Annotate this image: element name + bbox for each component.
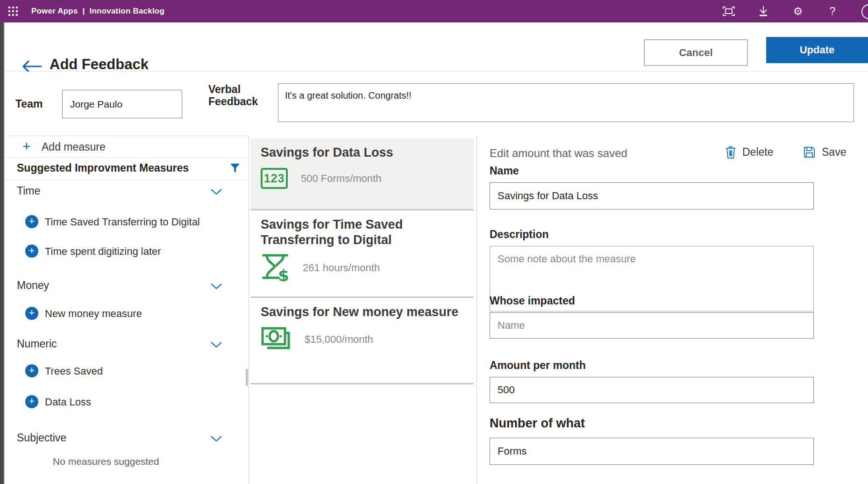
measure-item-time-spent[interactable]: + Time spent digitizing later <box>5 242 249 261</box>
save-label: Save <box>822 146 846 159</box>
verbal-feedback-input[interactable]: It's a great solution. Congrats!! <box>278 83 854 122</box>
measures-sidebar: + Add measure Suggested Improvment Measu… <box>5 136 249 484</box>
add-circle-icon: + <box>25 215 38 228</box>
app-title: Power Apps | Innovation Backlog <box>31 7 164 16</box>
add-measure-button[interactable]: + Add measure <box>5 136 249 158</box>
plus-icon: + <box>22 138 31 154</box>
add-circle-icon: + <box>25 395 38 408</box>
description-label: Description <box>490 228 549 241</box>
section-label: Subjective <box>17 432 66 444</box>
sidebar-section-numeric[interactable]: Numeric <box>5 335 249 354</box>
chevron-down-icon[interactable] <box>210 188 222 197</box>
card-savings-time-saved[interactable]: Savings for Time Saved Transferring to D… <box>250 210 474 296</box>
waffle-menu-icon[interactable] <box>7 5 19 17</box>
card-savings-new-money[interactable]: Savings for New money measure $15,000/mo… <box>250 298 474 383</box>
update-button[interactable]: Update <box>766 37 868 63</box>
app-name: Power Apps <box>31 7 78 16</box>
measure-label: Time Saved Transferring to Digital <box>45 216 200 228</box>
hourglass-dollar-icon: $ <box>261 253 290 283</box>
card-title: Savings for New money measure <box>261 304 462 320</box>
team-input[interactable] <box>62 90 182 118</box>
card-value: 500 Forms/month <box>301 173 381 185</box>
filter-funnel-icon[interactable] <box>230 163 240 175</box>
account-avatar[interactable] <box>861 4 868 19</box>
app-subtitle: Innovation Backlog <box>90 7 164 16</box>
whose-impacted-label: Whose impacted <box>490 295 575 307</box>
trash-icon <box>726 146 736 159</box>
measure-item-data-loss[interactable]: + Data Loss <box>5 393 249 412</box>
measure-item-time-saved[interactable]: + Time Saved Transferring to Digital <box>5 213 249 231</box>
savings-cards-list: Savings for Data Loss 123 500 Forms/mont… <box>250 136 477 484</box>
edit-measure-form: Edit amount that was saved Delete Save N… <box>490 136 850 484</box>
chevron-down-icon[interactable] <box>210 283 222 291</box>
card-value: $15,000/month <box>305 333 373 346</box>
team-label: Team <box>15 98 43 110</box>
whose-impacted-input[interactable] <box>490 312 814 339</box>
measure-item-new-money[interactable]: + New money measure <box>5 304 249 323</box>
section-label: Numeric <box>17 338 57 350</box>
measure-item-trees-saved[interactable]: + Trees Saved <box>5 362 249 381</box>
measure-label: Time spent digitizing later <box>45 246 161 258</box>
svg-text:$: $ <box>278 266 289 282</box>
help-glyph: ? <box>830 6 836 17</box>
save-button[interactable]: Save <box>804 146 846 159</box>
chevron-down-icon[interactable] <box>210 435 222 444</box>
sidebar-section-subjective[interactable]: Subjective <box>5 429 249 448</box>
measure-label: Trees Saved <box>45 365 103 377</box>
numeric-123-icon: 123 <box>261 168 288 189</box>
form-title: Edit amount that was saved <box>490 147 627 160</box>
no-measures-text: No measures suggested <box>53 456 159 467</box>
fit-to-screen-icon[interactable] <box>722 5 735 18</box>
card-title: Savings for Time Saved Transferring to D… <box>261 217 462 248</box>
cards-form-divider <box>477 136 477 484</box>
verbal-feedback-label: Verbal Feedback <box>208 83 269 108</box>
card-value: 261 hours/month <box>303 262 380 274</box>
suggested-measures-header: Suggested Improvment Measures <box>5 158 249 180</box>
name-input[interactable] <box>490 182 814 209</box>
delete-label: Delete <box>742 146 773 159</box>
amount-per-month-input[interactable] <box>490 377 814 403</box>
sidebar-section-time[interactable]: Time <box>5 182 249 202</box>
page-title: Add Feedback <box>50 56 149 73</box>
settings-gear-icon[interactable]: ⚙ <box>791 5 804 18</box>
title-separator: | <box>83 7 85 16</box>
topbar-actions: ⚙ ? <box>722 0 839 22</box>
number-of-what-label: Number of what <box>490 416 585 431</box>
help-icon[interactable]: ? <box>826 5 839 18</box>
card-savings-data-loss[interactable]: Savings for Data Loss 123 500 Forms/mont… <box>250 138 474 209</box>
number-of-what-input[interactable] <box>490 438 814 465</box>
feedback-meta-row: Team Verbal Feedback It's a great soluti… <box>5 72 868 136</box>
section-label: Time <box>17 185 40 197</box>
measure-label: New money measure <box>45 308 142 320</box>
banknote-icon <box>261 326 292 353</box>
download-icon[interactable] <box>757 5 770 18</box>
measure-label: Data Loss <box>45 396 91 408</box>
name-label: Name <box>490 165 519 177</box>
gear-glyph: ⚙ <box>793 6 803 17</box>
app-top-bar: Power Apps | Innovation Backlog ⚙ ? <box>0 0 868 22</box>
add-circle-icon: + <box>25 307 38 320</box>
section-label: Money <box>17 279 49 292</box>
page-header: Add Feedback Cancel Update <box>5 22 868 72</box>
add-measure-label: Add measure <box>42 141 106 153</box>
chevron-down-icon[interactable] <box>210 341 222 350</box>
card-title: Savings for Data Loss <box>261 145 462 160</box>
window-edge-strip <box>0 22 5 484</box>
card-divider <box>250 383 474 384</box>
cancel-button[interactable]: Cancel <box>644 39 748 66</box>
add-circle-icon: + <box>25 364 38 377</box>
delete-button[interactable]: Delete <box>726 146 773 159</box>
amount-per-month-label: Amount per month <box>490 359 586 372</box>
sidebar-cards-divider <box>249 136 249 484</box>
floppy-save-icon <box>804 146 815 158</box>
add-circle-icon: + <box>25 245 38 258</box>
sidebar-scrollbar-thumb[interactable] <box>246 369 248 386</box>
suggested-measures-title: Suggested Improvment Measures <box>17 162 189 174</box>
icon-123-text: 123 <box>264 172 285 185</box>
sidebar-section-money[interactable]: Money <box>5 276 249 296</box>
